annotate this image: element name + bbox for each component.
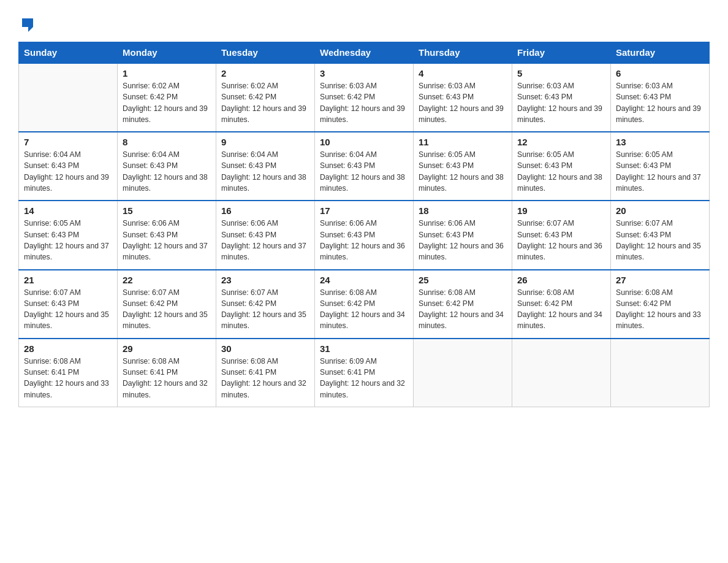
day-info: Sunrise: 6:08 AMSunset: 6:41 PMDaylight:… [221, 356, 309, 400]
day-info: Sunrise: 6:06 AMSunset: 6:43 PMDaylight:… [419, 218, 507, 262]
calendar-cell: 18Sunrise: 6:06 AMSunset: 6:43 PMDayligh… [414, 201, 512, 269]
calendar-table: SundayMondayTuesdayWednesdayThursdayFrid… [18, 42, 710, 407]
day-number: 17 [320, 205, 408, 216]
calendar-cell: 14Sunrise: 6:05 AMSunset: 6:43 PMDayligh… [19, 201, 118, 269]
day-number: 3 [320, 68, 408, 79]
logo [18, 16, 37, 31]
day-of-week-header: Tuesday [216, 42, 315, 64]
day-info: Sunrise: 6:07 AMSunset: 6:43 PMDaylight:… [517, 218, 605, 262]
calendar-cell: 12Sunrise: 6:05 AMSunset: 6:43 PMDayligh… [512, 132, 611, 201]
day-info: Sunrise: 6:06 AMSunset: 6:43 PMDaylight:… [221, 218, 309, 262]
calendar-week-row: 7Sunrise: 6:04 AMSunset: 6:43 PMDaylight… [19, 132, 710, 201]
day-number: 2 [221, 68, 309, 79]
day-number: 25 [419, 275, 507, 285]
day-info: Sunrise: 6:05 AMSunset: 6:43 PMDaylight:… [517, 149, 605, 194]
day-number: 15 [123, 205, 211, 216]
calendar-cell: 26Sunrise: 6:08 AMSunset: 6:42 PMDayligh… [512, 270, 611, 339]
day-number: 18 [419, 205, 507, 216]
day-number: 4 [419, 68, 507, 79]
calendar-cell: 30Sunrise: 6:08 AMSunset: 6:41 PMDayligh… [216, 339, 315, 407]
day-number: 31 [320, 343, 408, 354]
day-number: 26 [517, 275, 605, 285]
calendar-cell: 21Sunrise: 6:07 AMSunset: 6:43 PMDayligh… [19, 270, 118, 339]
svg-marker-0 [22, 18, 33, 32]
calendar-cell [611, 339, 710, 407]
day-number: 27 [616, 275, 704, 285]
calendar-cell: 17Sunrise: 6:06 AMSunset: 6:43 PMDayligh… [315, 201, 414, 269]
calendar-week-row: 21Sunrise: 6:07 AMSunset: 6:43 PMDayligh… [19, 270, 710, 339]
calendar-cell: 10Sunrise: 6:04 AMSunset: 6:43 PMDayligh… [315, 132, 414, 201]
day-number: 23 [221, 275, 309, 285]
day-info: Sunrise: 6:08 AMSunset: 6:42 PMDaylight:… [616, 287, 704, 332]
calendar-week-row: 14Sunrise: 6:05 AMSunset: 6:43 PMDayligh… [19, 201, 710, 269]
day-number: 1 [123, 68, 211, 79]
day-number: 22 [123, 275, 211, 285]
day-number: 14 [24, 205, 112, 216]
calendar-cell: 20Sunrise: 6:07 AMSunset: 6:43 PMDayligh… [611, 201, 710, 269]
day-number: 29 [123, 343, 211, 354]
day-number: 7 [24, 137, 112, 147]
calendar-cell: 25Sunrise: 6:08 AMSunset: 6:42 PMDayligh… [414, 270, 512, 339]
day-info: Sunrise: 6:06 AMSunset: 6:43 PMDaylight:… [123, 218, 211, 262]
day-info: Sunrise: 6:04 AMSunset: 6:43 PMDaylight:… [221, 149, 309, 194]
day-info: Sunrise: 6:02 AMSunset: 6:42 PMDaylight:… [221, 80, 309, 125]
day-info: Sunrise: 6:07 AMSunset: 6:42 PMDaylight:… [221, 287, 309, 332]
calendar-cell: 27Sunrise: 6:08 AMSunset: 6:42 PMDayligh… [611, 270, 710, 339]
day-info: Sunrise: 6:09 AMSunset: 6:41 PMDaylight:… [320, 356, 408, 400]
calendar-cell: 3Sunrise: 6:03 AMSunset: 6:42 PMDaylight… [315, 63, 414, 132]
day-info: Sunrise: 6:06 AMSunset: 6:43 PMDaylight:… [320, 218, 408, 262]
day-info: Sunrise: 6:03 AMSunset: 6:43 PMDaylight:… [419, 80, 507, 125]
calendar-cell: 23Sunrise: 6:07 AMSunset: 6:42 PMDayligh… [216, 270, 315, 339]
day-number: 19 [517, 205, 605, 216]
page-header [18, 12, 710, 31]
day-info: Sunrise: 6:04 AMSunset: 6:43 PMDaylight:… [24, 149, 112, 194]
calendar-cell: 2Sunrise: 6:02 AMSunset: 6:42 PMDaylight… [216, 63, 315, 132]
day-info: Sunrise: 6:07 AMSunset: 6:43 PMDaylight:… [24, 287, 112, 332]
day-info: Sunrise: 6:02 AMSunset: 6:42 PMDaylight:… [123, 80, 211, 125]
calendar-cell: 11Sunrise: 6:05 AMSunset: 6:43 PMDayligh… [414, 132, 512, 201]
calendar-week-row: 28Sunrise: 6:08 AMSunset: 6:41 PMDayligh… [19, 339, 710, 407]
calendar-cell [414, 339, 512, 407]
calendar-cell: 9Sunrise: 6:04 AMSunset: 6:43 PMDaylight… [216, 132, 315, 201]
calendar-cell: 29Sunrise: 6:08 AMSunset: 6:41 PMDayligh… [118, 339, 216, 407]
calendar-cell [19, 63, 118, 132]
calendar-cell [512, 339, 611, 407]
day-of-week-header: Thursday [414, 42, 512, 64]
day-info: Sunrise: 6:05 AMSunset: 6:43 PMDaylight:… [616, 149, 704, 194]
day-number: 6 [616, 68, 704, 79]
day-of-week-header: Saturday [611, 42, 710, 64]
calendar-cell: 6Sunrise: 6:03 AMSunset: 6:43 PMDaylight… [611, 63, 710, 132]
day-of-week-header: Sunday [19, 42, 118, 64]
day-of-week-header: Monday [118, 42, 216, 64]
day-number: 12 [517, 137, 605, 147]
calendar-cell: 1Sunrise: 6:02 AMSunset: 6:42 PMDaylight… [118, 63, 216, 132]
calendar-cell: 13Sunrise: 6:05 AMSunset: 6:43 PMDayligh… [611, 132, 710, 201]
day-info: Sunrise: 6:08 AMSunset: 6:42 PMDaylight:… [419, 287, 507, 332]
day-number: 8 [123, 137, 211, 147]
day-number: 24 [320, 275, 408, 285]
logo-arrow-icon [20, 16, 37, 33]
day-info: Sunrise: 6:05 AMSunset: 6:43 PMDaylight:… [24, 218, 112, 262]
day-info: Sunrise: 6:05 AMSunset: 6:43 PMDaylight:… [419, 149, 507, 194]
day-info: Sunrise: 6:07 AMSunset: 6:42 PMDaylight:… [123, 287, 211, 332]
calendar-header-row: SundayMondayTuesdayWednesdayThursdayFrid… [19, 42, 710, 64]
day-info: Sunrise: 6:03 AMSunset: 6:42 PMDaylight:… [320, 80, 408, 125]
day-number: 9 [221, 137, 309, 147]
day-number: 13 [616, 137, 704, 147]
calendar-cell: 8Sunrise: 6:04 AMSunset: 6:43 PMDaylight… [118, 132, 216, 201]
calendar-cell: 19Sunrise: 6:07 AMSunset: 6:43 PMDayligh… [512, 201, 611, 269]
calendar-cell: 24Sunrise: 6:08 AMSunset: 6:42 PMDayligh… [315, 270, 414, 339]
day-info: Sunrise: 6:04 AMSunset: 6:43 PMDaylight:… [123, 149, 211, 194]
calendar-cell: 15Sunrise: 6:06 AMSunset: 6:43 PMDayligh… [118, 201, 216, 269]
day-number: 5 [517, 68, 605, 79]
calendar-cell: 4Sunrise: 6:03 AMSunset: 6:43 PMDaylight… [414, 63, 512, 132]
day-number: 28 [24, 343, 112, 354]
day-number: 20 [616, 205, 704, 216]
day-info: Sunrise: 6:04 AMSunset: 6:43 PMDaylight:… [320, 149, 408, 194]
day-info: Sunrise: 6:08 AMSunset: 6:42 PMDaylight:… [517, 287, 605, 332]
day-info: Sunrise: 6:03 AMSunset: 6:43 PMDaylight:… [517, 80, 605, 125]
day-info: Sunrise: 6:08 AMSunset: 6:41 PMDaylight:… [24, 356, 112, 400]
calendar-cell: 22Sunrise: 6:07 AMSunset: 6:42 PMDayligh… [118, 270, 216, 339]
day-of-week-header: Friday [512, 42, 611, 64]
calendar-cell: 5Sunrise: 6:03 AMSunset: 6:43 PMDaylight… [512, 63, 611, 132]
